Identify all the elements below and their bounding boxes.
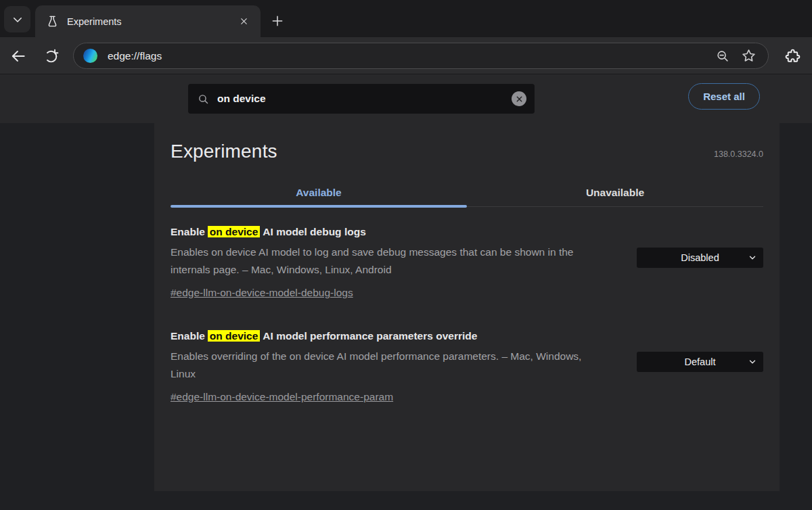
browser-tab-experiments[interactable]: Experiments <box>35 5 261 37</box>
clear-search-icon[interactable] <box>512 91 526 106</box>
flags-search-input[interactable]: on device <box>188 84 535 114</box>
chevron-down-icon <box>748 253 757 262</box>
tab-strip: Experiments <box>0 0 812 37</box>
experiment-title-prefix: Enable <box>171 226 205 237</box>
search-value[interactable]: on device <box>217 93 512 105</box>
experiment-description: Enables on device AI model to log and sa… <box>171 244 609 279</box>
experiment-row: Enableon deviceAI model performance para… <box>171 329 763 406</box>
chevron-down-icon <box>12 14 24 26</box>
experiment-title: Enableon deviceAI model debug logs <box>171 225 609 239</box>
reset-all-button[interactable]: Reset all <box>688 83 760 110</box>
tab-title: Experiments <box>67 16 235 27</box>
experiment-description: Enables overriding of the on device AI m… <box>171 348 609 383</box>
experiment-title: Enableon deviceAI model performance para… <box>171 329 609 344</box>
plus-icon <box>271 14 284 28</box>
page-title: Experiments <box>171 141 277 162</box>
chevron-down-icon <box>748 357 757 367</box>
experiment-text: Enableon deviceAI model performance para… <box>171 329 609 406</box>
experiment-title-suffix: AI model performance parameters override <box>263 330 477 342</box>
flag-select[interactable]: Disabled <box>637 248 763 268</box>
toolbar: edge://flags <box>0 37 812 74</box>
flask-icon <box>46 15 59 28</box>
active-tab-indicator <box>171 205 467 208</box>
zoom-out-icon[interactable] <box>713 46 733 66</box>
experiment-permalink[interactable]: #edge-llm-on-device-model-performance-pa… <box>171 388 393 406</box>
flags-tabs: Available Unavailable <box>171 183 763 207</box>
flag-select[interactable]: Default <box>637 352 763 372</box>
new-tab-button[interactable] <box>267 10 288 32</box>
experiment-permalink[interactable]: #edge-llm-on-device-model-debug-logs <box>171 284 353 302</box>
title-row: Experiments 138.0.3324.0 <box>171 141 763 162</box>
experiment-row: Enableon deviceAI model debug logs Enabl… <box>171 225 763 302</box>
address-bar[interactable]: edge://flags <box>73 43 769 69</box>
experiment-control: Disabled <box>637 248 763 268</box>
back-arrow-icon <box>9 47 27 65</box>
experiment-title-prefix: Enable <box>171 330 205 342</box>
refresh-button[interactable] <box>41 46 61 66</box>
flag-select-value: Default <box>685 356 716 367</box>
extensions-puzzle-icon <box>784 48 801 65</box>
edge-logo-icon <box>83 49 97 63</box>
refresh-icon <box>43 48 60 65</box>
flags-header: on device Reset all <box>0 74 812 123</box>
search-highlight: on device <box>208 330 261 342</box>
extensions-button[interactable] <box>782 46 803 66</box>
close-icon[interactable] <box>235 13 252 30</box>
search-highlight: on device <box>208 226 261 237</box>
back-button[interactable] <box>8 46 28 66</box>
tab-available[interactable]: Available <box>171 183 467 206</box>
experiment-title-suffix: AI model debug logs <box>263 226 365 237</box>
favorites-star-icon[interactable] <box>738 46 759 66</box>
flag-select-value: Disabled <box>681 252 719 263</box>
flags-content-panel: Experiments 138.0.3324.0 Available Unava… <box>154 123 780 491</box>
tab-search-button[interactable] <box>4 6 30 32</box>
experiment-control: Default <box>637 352 763 372</box>
search-icon <box>198 93 209 105</box>
browser-version: 138.0.3324.0 <box>714 149 763 159</box>
experiment-text: Enableon deviceAI model debug logs Enabl… <box>171 225 609 302</box>
tab-unavailable[interactable]: Unavailable <box>467 183 763 206</box>
url-text[interactable]: edge://flags <box>108 50 707 62</box>
